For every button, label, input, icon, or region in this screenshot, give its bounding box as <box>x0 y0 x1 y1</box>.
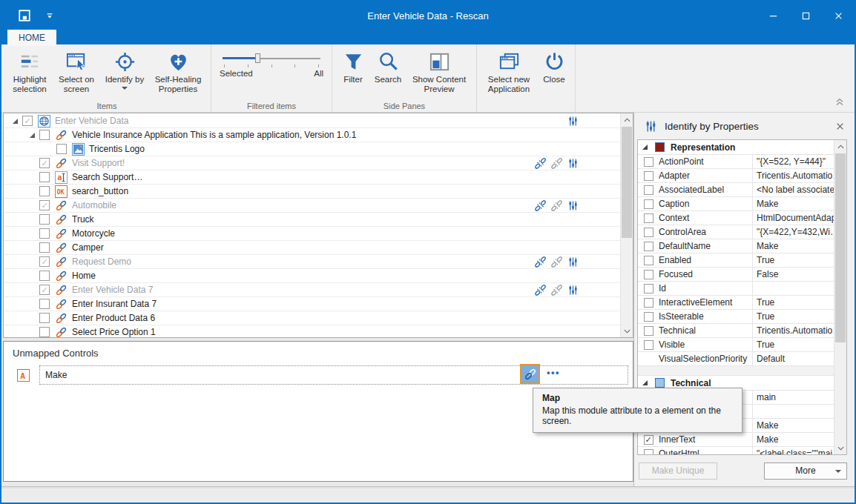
properties-scrollbar[interactable] <box>834 140 846 454</box>
close-scan-button[interactable]: Close <box>537 47 571 86</box>
expander-icon[interactable] <box>13 119 22 124</box>
tree-row[interactable]: OKsearch_button <box>4 185 620 199</box>
filter-button[interactable]: Filter <box>336 47 370 86</box>
unmap-gray-icon[interactable] <box>551 200 562 211</box>
collapse-ribbon-icon[interactable] <box>835 98 844 106</box>
property-checkbox[interactable] <box>644 171 653 181</box>
scroll-down-icon[interactable] <box>834 442 846 454</box>
unmap-gray-icon[interactable] <box>551 285 562 296</box>
unmap-blue-icon[interactable] <box>535 158 546 169</box>
tree-checkbox[interactable]: ✓ <box>22 116 33 126</box>
tree-row[interactable]: ✓Automobile <box>4 199 620 213</box>
tree-checkbox[interactable] <box>39 242 50 253</box>
property-checkbox[interactable] <box>644 449 653 455</box>
property-checkbox[interactable] <box>644 284 653 294</box>
scroll-up-icon[interactable] <box>621 114 633 125</box>
tree-checkbox[interactable] <box>39 299 50 309</box>
property-row[interactable]: VisualSelectionPriorityDefault <box>638 352 834 366</box>
tree-checkbox[interactable] <box>39 271 50 281</box>
tree-row[interactable]: ✓Enter Vehicle Data <box>4 114 620 128</box>
tree-checkbox[interactable] <box>39 313 50 323</box>
map-button[interactable] <box>520 364 540 384</box>
select-new-application-button[interactable]: Select new Application <box>481 47 537 96</box>
property-checkbox[interactable]: ✓ <box>644 435 653 445</box>
section-header-representation[interactable]: Representation <box>638 140 834 155</box>
scroll-down-icon[interactable] <box>621 325 633 336</box>
settings-icon[interactable] <box>567 116 579 127</box>
slider-thumb[interactable] <box>255 53 260 63</box>
property-checkbox[interactable] <box>644 312 653 322</box>
property-row[interactable]: AssociatedLabel<No label associate… <box>638 183 834 197</box>
tree-checkbox[interactable]: ✓ <box>39 200 50 210</box>
scrollbar-thumb[interactable] <box>622 127 632 238</box>
make-unique-button[interactable]: Make Unique <box>639 462 717 480</box>
scroll-up-icon[interactable] <box>834 141 846 152</box>
filtered-items-slider[interactable]: Selected All <box>215 47 328 100</box>
tree-row[interactable]: Enter Insurant Data 7 <box>4 297 620 311</box>
settings-icon[interactable] <box>567 285 579 296</box>
tree-row[interactable]: Enter Product Data 6 <box>4 311 620 325</box>
tree-checkbox[interactable] <box>39 186 50 196</box>
property-row[interactable]: InteractiveElementTrue <box>638 296 834 310</box>
panel-close-icon[interactable] <box>836 122 844 130</box>
self-healing-properties-button[interactable]: Self-Healing Properties <box>149 47 207 96</box>
tree-row[interactable]: Camper <box>4 241 620 255</box>
tree-row[interactable]: ✓Visit Support! <box>4 156 620 170</box>
tree-checkbox[interactable] <box>39 214 50 225</box>
select-on-screen-button[interactable]: Select on screen <box>53 47 100 96</box>
settings-icon[interactable] <box>567 256 579 268</box>
tree-checkbox[interactable]: ✓ <box>39 285 50 295</box>
property-checkbox[interactable] <box>644 298 653 308</box>
property-row[interactable]: EnabledTrue <box>638 253 834 268</box>
property-checkbox[interactable] <box>644 185 653 195</box>
tree-row[interactable]: Home <box>4 269 620 283</box>
unmap-blue-icon[interactable] <box>535 200 546 211</box>
tree-row[interactable]: aSearch Support… <box>4 170 620 185</box>
property-checkbox[interactable] <box>644 228 653 237</box>
expander-icon[interactable] <box>642 380 649 385</box>
tree-checkbox[interactable] <box>39 130 50 140</box>
show-content-preview-button[interactable]: Show Content Preview <box>406 47 473 96</box>
tree-row[interactable]: Select Price Option 1 <box>4 325 620 337</box>
more-button[interactable]: More <box>764 462 847 480</box>
tab-home[interactable]: HOME <box>7 30 56 46</box>
tree-row[interactable]: Tricentis Logo <box>4 142 620 156</box>
property-checkbox[interactable] <box>644 340 653 350</box>
unmap-blue-icon[interactable] <box>535 285 546 296</box>
tree-checkbox[interactable] <box>39 228 50 239</box>
quick-access-dropdown-icon[interactable] <box>46 13 53 19</box>
property-row[interactable]: AdapterTricentis.Automatio… <box>638 169 834 183</box>
tree-checkbox[interactable]: ✓ <box>39 256 50 267</box>
property-checkbox[interactable] <box>644 270 653 279</box>
property-row[interactable]: Id <box>638 282 834 296</box>
settings-icon[interactable] <box>567 200 579 211</box>
property-row[interactable]: TechnicalTricentis.Automatio… <box>638 324 834 338</box>
tree-row[interactable]: Truck <box>4 213 620 227</box>
tree-row[interactable]: ✓Request Demo <box>4 255 620 269</box>
property-checkbox[interactable] <box>644 256 653 265</box>
row-menu-dots[interactable]: ••• <box>547 367 560 378</box>
tree-checkbox[interactable] <box>56 144 67 154</box>
identify-by-button[interactable]: Identify by <box>100 47 149 91</box>
search-button[interactable]: Search <box>370 47 406 86</box>
property-row[interactable]: OuterHtml"<label class=""mai <box>638 447 834 454</box>
tree-scrollbar[interactable] <box>620 113 633 337</box>
tree-row[interactable]: Vehicle Insurance Application This is a … <box>4 128 620 142</box>
property-row[interactable]: VisibleTrue <box>638 338 834 352</box>
property-row[interactable]: ✓InnerTextMake <box>638 433 834 447</box>
property-row[interactable]: CaptionMake <box>638 197 834 211</box>
settings-icon[interactable] <box>567 158 579 169</box>
property-row[interactable]: FocusedFalse <box>638 268 834 282</box>
scrollbar-thumb[interactable] <box>835 153 846 342</box>
property-row[interactable]: IsSteerableTrue <box>638 310 834 324</box>
property-row[interactable]: ControlArea"{X=422,Y=432,Wi… <box>638 225 834 239</box>
tree-checkbox[interactable]: ✓ <box>39 158 50 168</box>
close-window-button[interactable] <box>822 4 855 27</box>
tree-checkbox[interactable] <box>39 327 50 337</box>
maximize-button[interactable] <box>789 4 822 27</box>
property-checkbox[interactable] <box>644 157 653 167</box>
unmap-gray-icon[interactable] <box>551 256 562 268</box>
property-checkbox[interactable] <box>644 326 653 336</box>
tree-row[interactable]: ✓Enter Vehicle Data 7 <box>4 283 620 297</box>
unmap-gray-icon[interactable] <box>551 158 562 169</box>
